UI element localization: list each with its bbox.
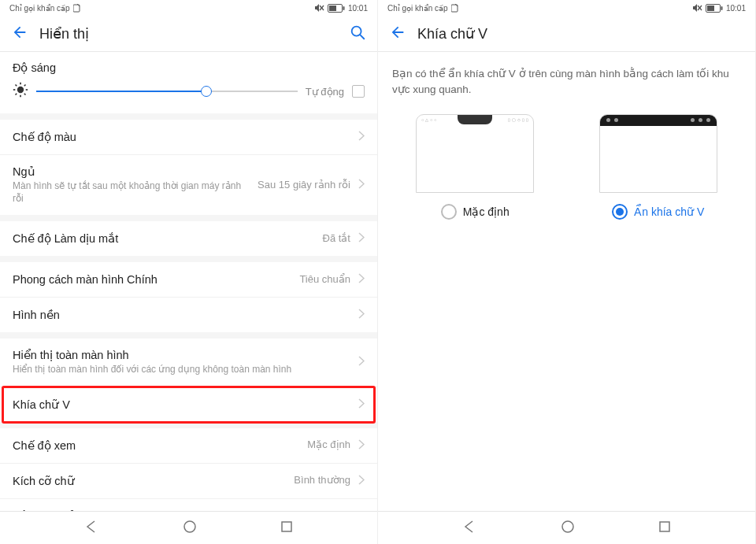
carrier-text: Chỉ gọi khẩn cấp xyxy=(9,4,70,13)
nav-bar xyxy=(0,511,377,544)
chevron-right-icon xyxy=(358,355,365,369)
svg-line-7 xyxy=(360,35,364,39)
sim-icon xyxy=(451,4,458,13)
svg-line-13 xyxy=(16,85,17,87)
phone-right-notch-settings: Chỉ gọi khẩn cấp 10:01 Khía chữ V Bạn có… xyxy=(378,0,756,544)
battery-icon xyxy=(328,4,345,13)
clock-text: 10:01 xyxy=(726,4,746,13)
status-bar: Chỉ gọi khẩn cấp 10:01 xyxy=(378,0,755,16)
radio-default-label: Mặc định xyxy=(463,205,510,218)
auto-brightness-label: Tự động xyxy=(306,86,344,98)
row-resolution[interactable]: Độ phân giải màn hình Điều chỉnh độ phân… xyxy=(0,499,377,511)
notch-options: ○ △ ○ ○ ▯ ▢ ◇ ▯ ▯ Mặc định xyxy=(378,106,755,235)
page-title: Khía chữ V xyxy=(417,25,744,43)
preview-hide xyxy=(599,114,717,193)
svg-rect-4 xyxy=(329,6,336,11)
notch-description: Bạn có thể ẩn khía chữ V ở trên cùng màn… xyxy=(378,52,755,106)
auto-brightness-checkbox[interactable] xyxy=(352,85,365,98)
mute-icon xyxy=(314,3,324,13)
nav-recent-button[interactable] xyxy=(658,520,671,536)
row-color-mode[interactable]: Chế độ màu xyxy=(0,120,377,155)
option-default[interactable]: ○ △ ○ ○ ▯ ▢ ◇ ▯ ▯ Mặc định xyxy=(395,114,555,220)
search-button[interactable] xyxy=(349,24,366,44)
svg-line-16 xyxy=(24,85,26,87)
title-bar: Hiển thị xyxy=(0,16,377,52)
radio-hide[interactable] xyxy=(612,204,628,220)
row-font-size[interactable]: Kích cỡ chữ Bình thường xyxy=(0,464,377,499)
brightness-row: Độ sáng Tự động xyxy=(0,52,377,113)
title-bar: Khía chữ V xyxy=(378,16,755,52)
chevron-right-icon xyxy=(358,231,365,246)
phone-left-display-settings: Chỉ gọi khẩn cấp 10:01 Hiển thị Độ sá xyxy=(0,0,378,544)
chevron-right-icon xyxy=(358,398,365,412)
nav-back-button[interactable] xyxy=(462,520,476,537)
notch-content: Bạn có thể ẩn khía chữ V ở trên cùng màn… xyxy=(378,52,755,511)
chevron-right-icon xyxy=(358,130,365,144)
nav-home-button[interactable] xyxy=(183,520,197,537)
nav-recent-button[interactable] xyxy=(280,520,293,536)
svg-rect-5 xyxy=(343,6,344,10)
carrier-text: Chỉ gọi khẩn cấp xyxy=(387,4,448,13)
chevron-right-icon xyxy=(358,272,365,287)
brightness-label: Độ sáng xyxy=(13,61,365,74)
back-button[interactable] xyxy=(389,24,406,44)
svg-rect-23 xyxy=(707,6,714,11)
chevron-right-icon xyxy=(358,474,365,488)
clock-text: 10:01 xyxy=(348,4,368,13)
mute-icon xyxy=(692,3,702,13)
radio-default[interactable] xyxy=(441,204,457,220)
sim-icon xyxy=(73,4,80,13)
row-wallpaper[interactable]: Hình nền xyxy=(0,298,377,332)
svg-point-25 xyxy=(562,521,573,532)
row-eye-comfort[interactable]: Chế độ Làm dịu mắt Đã tắt xyxy=(0,221,377,256)
row-view-mode[interactable]: Chế độ xem Mặc định xyxy=(0,428,377,464)
svg-line-14 xyxy=(24,94,26,95)
svg-rect-24 xyxy=(721,6,722,10)
radio-hide-label: Ẩn khía chữ V xyxy=(634,205,704,218)
page-title: Hiển thị xyxy=(39,25,338,43)
nav-home-button[interactable] xyxy=(561,520,575,537)
option-hide-notch[interactable]: Ẩn khía chữ V xyxy=(579,114,739,220)
nav-back-button[interactable] xyxy=(84,520,98,537)
settings-list[interactable]: Độ sáng Tự động Chế độ màu xyxy=(0,52,377,511)
preview-default: ○ △ ○ ○ ▯ ▢ ◇ ▯ ▯ xyxy=(416,114,534,193)
brightness-icon xyxy=(13,82,28,101)
chevron-right-icon xyxy=(358,308,365,322)
svg-point-17 xyxy=(184,521,195,532)
row-home-style[interactable]: Phong cách màn hình Chính Tiêu chuẩn xyxy=(0,262,377,298)
nav-bar xyxy=(378,511,755,544)
svg-line-15 xyxy=(16,94,17,95)
row-sleep[interactable]: Ngủ Màn hình sẽ tự tắt sau một khoảng th… xyxy=(0,155,377,215)
chevron-right-icon xyxy=(358,178,365,192)
svg-rect-26 xyxy=(660,522,669,531)
battery-icon xyxy=(706,4,723,13)
svg-rect-18 xyxy=(282,522,291,531)
svg-point-8 xyxy=(17,87,24,93)
chevron-right-icon xyxy=(358,439,365,453)
brightness-slider[interactable] xyxy=(36,84,298,98)
status-bar: Chỉ gọi khẩn cấp 10:01 xyxy=(0,0,377,16)
row-fullscreen[interactable]: Hiển thị toàn màn hình Hiển thị toàn màn… xyxy=(0,339,377,387)
back-button[interactable] xyxy=(11,24,28,44)
row-notch[interactable]: Khía chữ V xyxy=(0,387,377,422)
